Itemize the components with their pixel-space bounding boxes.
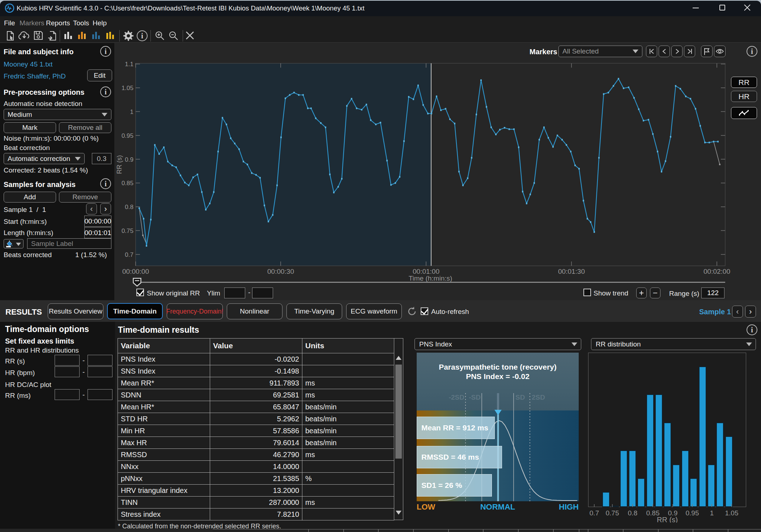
- svg-text:0.75: 0.75: [606, 509, 619, 517]
- svg-text:-2SD: -2SD: [449, 393, 464, 401]
- svg-text:SD: SD: [515, 393, 525, 401]
- svg-text:00:00:00: 00:00:00: [122, 268, 149, 275]
- svg-text:0.95: 0.95: [122, 132, 133, 139]
- svg-text:0.7: 0.7: [590, 509, 599, 517]
- svg-text:0.95: 0.95: [686, 509, 699, 517]
- svg-text:Time (h:min:s): Time (h:min:s): [409, 274, 452, 282]
- svg-text:00:01:30: 00:01:30: [558, 268, 585, 275]
- svg-text:RR (s): RR (s): [657, 516, 678, 523]
- svg-text:0.9: 0.9: [125, 156, 133, 163]
- svg-text:1: 1: [130, 108, 133, 115]
- svg-text:RR (s): RR (s): [116, 155, 123, 174]
- svg-text:0.7: 0.7: [125, 251, 133, 258]
- svg-text:1: 1: [710, 509, 714, 517]
- svg-text:0.8: 0.8: [628, 509, 637, 517]
- svg-text:1.1: 1.1: [125, 61, 133, 68]
- svg-text:00:02:00: 00:02:00: [703, 268, 730, 275]
- svg-text:-SD: -SD: [469, 393, 481, 401]
- svg-text:1.05: 1.05: [725, 509, 739, 517]
- svg-text:00:00:30: 00:00:30: [267, 268, 294, 275]
- svg-text:2SD: 2SD: [532, 393, 545, 401]
- svg-text:0.75: 0.75: [122, 227, 133, 234]
- svg-text:0.8: 0.8: [125, 204, 133, 210]
- svg-text:1.05: 1.05: [122, 85, 133, 91]
- svg-text:00:01:00: 00:01:00: [413, 268, 439, 275]
- svg-text:0.85: 0.85: [122, 180, 133, 187]
